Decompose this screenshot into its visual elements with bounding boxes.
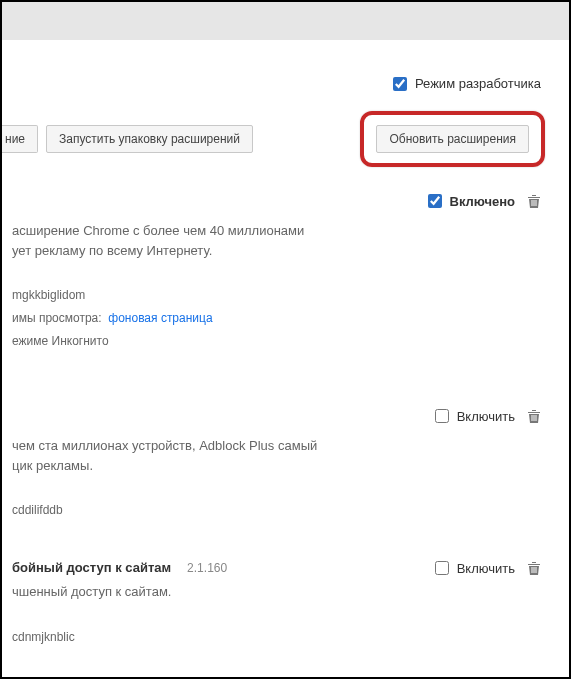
svg-rect-4 [534,415,535,421]
extension-item: Включить чем ста миллионах устройств, Ad… [2,402,569,522]
extension-id: cdnmjknblic [12,626,541,649]
enable-checkbox[interactable] [428,194,442,208]
dev-mode-label: Режим разработчика [415,76,541,91]
enable-toggle[interactable]: Включено [428,194,516,209]
dev-mode-row: Режим разработчика [2,40,569,91]
background-page-link[interactable]: фоновая страница [108,311,212,325]
desc-line: асширение Chrome с более чем 40 миллиона… [12,221,352,241]
extension-description: чшенный доступ к сайтам. [2,576,352,602]
views-prefix: имы просмотра: [12,311,102,325]
extension-meta: cddilifddb [2,475,541,522]
svg-rect-8 [536,567,537,573]
enable-toggle[interactable]: Включить [435,561,515,576]
left-buttons: ние Запустить упаковку расширений [2,125,253,153]
enable-label: Включить [457,561,515,576]
views-row: имы просмотра: фоновая страница [12,307,541,330]
pack-extension-button[interactable]: Запустить упаковку расширений [46,125,253,153]
dev-mode-toggle[interactable]: Режим разработчика [393,76,541,91]
svg-rect-7 [534,567,535,573]
enable-toggle[interactable]: Включить [435,409,515,424]
svg-rect-0 [532,200,533,206]
extension-description: асширение Chrome с более чем 40 миллиона… [2,221,352,260]
extension-meta: mgkkbiglidom имы просмотра: фоновая стра… [2,260,541,352]
desc-line: чем ста миллионах устройств, Adblock Plu… [12,436,352,456]
desc-line: цик рекламы. [12,456,352,476]
extension-meta: cdnmjknblic [2,602,541,649]
enable-label: Включить [457,409,515,424]
svg-rect-1 [534,200,535,206]
extension-description: чем ста миллионах устройств, Adblock Plu… [2,436,352,475]
extension-id: cddilifddb [12,499,541,522]
extension-header: Включить [2,402,541,436]
trash-icon[interactable] [527,408,541,424]
desc-line: чшенный доступ к сайтам. [12,582,352,602]
extension-title: бойный доступ к сайтам [12,560,171,575]
extensions-page: Режим разработчика ние Запустить упаковк… [2,40,569,648]
desc-line: ует рекламу по всему Интернету. [12,241,352,261]
svg-rect-2 [536,200,537,206]
trash-icon[interactable] [527,193,541,209]
highlight-annotation: Обновить расширения [360,111,545,167]
enable-checkbox[interactable] [435,409,449,423]
extension-item: бойный доступ к сайтам 2.1.160 Включить … [2,560,569,648]
trash-icon[interactable] [527,560,541,576]
svg-rect-5 [536,415,537,421]
enable-label: Включено [450,194,516,209]
extension-version: 2.1.160 [187,561,227,575]
incognito-line: ежиме Инкогнито [12,330,541,353]
extension-item: Включено асширение Chrome с более чем 40… [2,187,569,352]
extension-title-row: бойный доступ к сайтам 2.1.160 [2,560,227,575]
load-unpacked-button[interactable]: ние [2,125,38,153]
extension-id: mgkkbiglidom [12,284,541,307]
extension-header: Включено [2,187,541,221]
svg-rect-3 [532,415,533,421]
update-extensions-button[interactable]: Обновить расширения [376,125,529,153]
enable-checkbox[interactable] [435,561,449,575]
window-toolbar [2,2,569,40]
svg-rect-6 [532,567,533,573]
dev-mode-checkbox[interactable] [393,77,407,91]
dev-buttons-row: ние Запустить упаковку расширений Обнови… [2,91,569,187]
